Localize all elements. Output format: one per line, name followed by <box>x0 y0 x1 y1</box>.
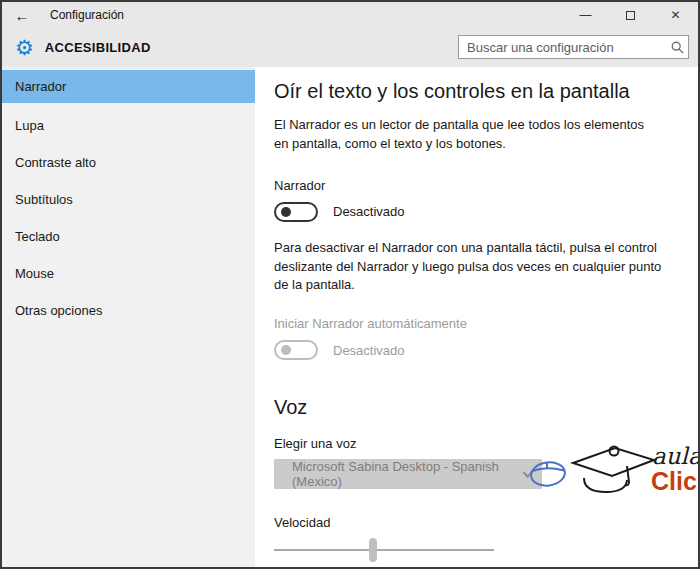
narrator-toggle-knob <box>281 207 291 217</box>
voice-dropdown: Microsoft Sabina Desktop - Spanish (Mexi… <box>274 459 542 489</box>
search-box[interactable] <box>458 35 689 59</box>
autostart-toggle-row: Desactivado <box>274 340 678 360</box>
gear-icon: ⚙ <box>15 37 34 58</box>
sidebar-item-subtitulos[interactable]: Subtítulos <box>2 181 255 218</box>
graduation-cap-icon <box>573 447 654 493</box>
autostart-toggle <box>274 340 318 360</box>
intro-text: El Narrador es un lector de pantalla que… <box>274 116 652 154</box>
speed-slider-thumb[interactable] <box>369 538 377 562</box>
speed-slider-track <box>274 549 494 551</box>
narrator-toggle-row: Desactivado <box>274 202 678 222</box>
sidebar-item-mouse[interactable]: Mouse <box>2 255 255 292</box>
maximize-icon <box>626 11 635 20</box>
window-title: Configuración <box>50 8 124 22</box>
minimize-button[interactable]: — <box>563 2 608 28</box>
narrator-toggle[interactable] <box>274 202 318 222</box>
autostart-toggle-knob <box>281 345 291 355</box>
autostart-toggle-label: Iniciar Narrador automáticamente <box>274 316 678 331</box>
back-arrow-icon[interactable]: ← <box>2 7 42 24</box>
close-button[interactable]: ✕ <box>653 2 698 28</box>
logo-word-clic: Clic <box>651 467 697 495</box>
mouse-icon <box>530 460 567 488</box>
narrator-toggle-label: Narrador <box>274 178 678 193</box>
speed-slider[interactable] <box>274 538 494 562</box>
sidebar-item-otras-opciones[interactable]: Otras opciones <box>2 292 255 329</box>
settings-window: ← Configuración — ✕ ⚙ ACCESIBILIDAD Narr… <box>0 0 700 569</box>
logo-word-aula: aula <box>652 443 698 469</box>
sidebar-item-teclado[interactable]: Teclado <box>2 218 255 255</box>
sidebar-item-lupa[interactable]: Lupa <box>2 107 255 144</box>
voice-dropdown-value: Microsoft Sabina Desktop - Spanish (Mexi… <box>292 459 515 489</box>
narrator-toggle-state: Desactivado <box>333 204 405 219</box>
aulaclic-logo: aula Clic <box>526 436 698 498</box>
window-controls: — ✕ <box>563 2 698 28</box>
page-header: ⚙ ACCESIBILIDAD <box>2 28 698 67</box>
autostart-toggle-state: Desactivado <box>333 343 405 358</box>
section-heading: Oír el texto y los controles en la panta… <box>274 80 678 103</box>
page-title: ACCESIBILIDAD <box>45 40 151 55</box>
sidebar: Narrador Lupa Contraste alto Subtítulos … <box>2 67 255 567</box>
touch-note-text: Para desactivar el Narrador con una pant… <box>274 239 662 296</box>
speed-label: Velocidad <box>274 515 678 530</box>
maximize-button[interactable] <box>608 2 653 28</box>
titlebar: ← Configuración — ✕ <box>2 2 698 28</box>
sidebar-item-narrador[interactable]: Narrador <box>2 70 255 103</box>
voice-heading: Voz <box>274 396 678 419</box>
search-icon[interactable] <box>666 41 688 54</box>
sidebar-item-contraste-alto[interactable]: Contraste alto <box>2 144 255 181</box>
search-input[interactable] <box>459 40 666 55</box>
